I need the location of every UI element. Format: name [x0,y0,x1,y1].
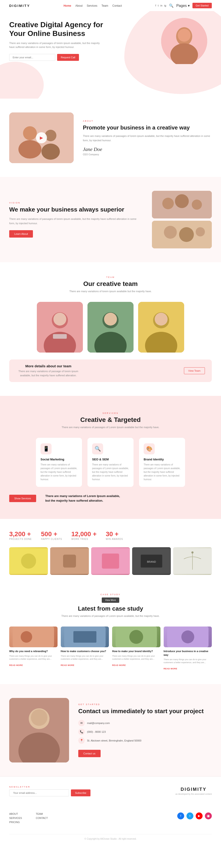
svg-point-5 [23,126,37,140]
ceo-label: CEO Company [83,153,212,156]
footer-links: ABOUT SERVICES PRICING TEAM CONTACT [9,812,48,825]
nav-services[interactable]: Services [87,4,97,7]
vision-image-2 [152,221,212,248]
nav-right: f t in ig 🔍 Pages ▾ Get Started [155,3,212,8]
stat-awards-number: 30 + [106,530,123,538]
instagram-link[interactable]: ig [164,4,166,7]
stat-work: 12,000 + WORK TRIES [71,530,97,540]
team-label: TEAM [9,276,212,278]
address-text: St. Abctown street, Birminghalm, England… [87,739,141,742]
subscribe-button[interactable]: Subscribe [71,789,91,796]
youtube-social-button[interactable]: ▶ [196,812,202,819]
footer-contact-link[interactable]: CONTACT [36,817,48,819]
vision-body: There are many variations of passages of… [9,217,143,225]
svg-rect-33 [63,555,76,567]
service-card-1: 📱 Social Marketing There are many variat… [36,438,82,487]
svg-rect-35 [102,554,119,569]
service-card-3: 🎨 Brand Identity There are many variatio… [139,438,185,487]
svg-point-15 [179,227,194,242]
svg-text:BRAND: BRAND [147,560,156,563]
stat-work-number: 12,000 + [71,530,97,538]
vision-section: VISION We make your business always supe… [0,177,221,262]
svg-point-40 [191,551,193,554]
svg-point-31 [21,554,36,569]
about-body: There are many variations of passages of… [83,134,212,143]
case-study-label: CASE STUDY [9,593,212,596]
seo-icon: 🔍 [92,443,103,455]
team-banner-body: There are many variations of passage of … [16,369,81,377]
footer-about-link[interactable]: ABOUT [9,812,22,815]
svg-point-25 [104,313,117,326]
vision-image-1 [152,191,212,218]
gallery: BRAND [9,547,212,575]
about-section: ▶ ABOUT Promote your business in a creat… [0,99,221,177]
svg-point-12 [192,199,202,210]
contact-us-button[interactable]: Contact us [78,750,101,757]
case-1-readmore[interactable]: READ MORE [9,664,23,666]
svg-point-16 [196,227,205,237]
hero-cta-button[interactable]: Request Call [57,54,79,61]
case-image-3 [112,626,160,647]
newsletter-label: NEWSLETTER [9,786,91,788]
linkedin-link[interactable]: in [160,4,162,7]
case-1-title: Why do you need a rebranding? [9,650,58,653]
instagram-social-button[interactable]: ◉ [205,812,212,819]
hero-heading: Creative Digital Agency for Your Online … [9,20,106,38]
svg-rect-41 [13,626,54,647]
case-card-1: Why do you need a rebranding? There are … [9,626,58,670]
newsletter-left: NEWSLETTER Subscribe [9,786,91,796]
hero-body: There are many variations of passages of… [9,41,106,49]
case-4-readmore[interactable]: READ MORE [164,668,178,670]
case-cards: Why do you need a rebranding? There are … [9,626,212,670]
services-body: There are many variations of passages of… [9,426,212,429]
stat-awards-label: WIN AWARDS [106,538,123,540]
search-icon[interactable]: 🔍 [169,3,173,8]
view-team-button[interactable]: View Team [184,367,205,374]
service-1-title: Social Marketing [40,458,77,461]
learn-about-button[interactable]: Learn About [9,230,33,238]
get-started-button[interactable]: Get Started [192,3,212,8]
team-body: There are many variations of lorem ipsum… [9,290,212,292]
view-more-button[interactable]: View More [102,597,119,603]
footer-team-link[interactable]: TEAM [36,812,48,815]
nav-contact[interactable]: Contact [112,4,122,7]
service-1-body: There are many variations of passages of… [40,463,77,482]
brand-identity-icon: 🎨 [144,443,155,455]
footer-services-link[interactable]: SERVICES [9,817,22,819]
navigation: DIGIMITY Home About Services Team Contac… [0,0,221,11]
nav-home[interactable]: Home [64,4,71,7]
newsletter-email-input[interactable] [9,789,69,796]
play-button[interactable]: ▶ [36,132,47,143]
twitter-link[interactable]: t [158,4,159,7]
case-4-body: There are many things you can do to give… [164,658,212,664]
hero-email-input[interactable] [9,54,55,61]
show-services-button[interactable]: Show Services [9,495,36,502]
hero-content: Creative Digital Agency for Your Online … [9,20,106,61]
svg-point-46 [129,630,143,644]
footer-pricing-link[interactable]: PRICING [9,821,22,824]
social-marketing-icon: 📱 [40,443,52,455]
stat-work-label: WORK TRIES [71,538,97,540]
case-3-readmore[interactable]: READ MORE [112,664,126,666]
nav-about[interactable]: About [75,4,83,7]
about-image: ▶ [9,113,74,163]
footer-copyright: © Copyright by AllOcean Studio - All rig… [9,834,212,840]
newsletter-form: Subscribe [9,789,91,796]
case-2-readmore[interactable]: READ MORE [61,664,74,666]
case-image-4 [164,626,212,647]
facebook-link[interactable]: f [155,4,156,7]
team-card-3 [138,302,184,352]
address-contact: 📍 St. Abctown street, Birminghalm, Engla… [78,737,212,744]
nav-links: Home About Services Team Contact [64,3,122,8]
pages-dropdown[interactable]: Pages ▾ [176,3,190,8]
stat-projects-label: PROJECTS DONE [9,538,32,540]
newsletter-tagline: as developed by the associated content [176,793,212,795]
facebook-social-button[interactable]: f [177,812,184,819]
case-study-header: CASE STUDY View More Latest from case st… [9,593,212,617]
stat-clients: 500 + HAPPY CLIENTS [41,530,62,540]
twitter-social-button[interactable]: t [187,812,193,819]
get-started-label: GET STARTED [78,703,212,706]
logo: DIGIMITY [9,4,30,8]
nav-team[interactable]: Team [101,4,108,7]
case-study-heading: Latest from case study [9,605,212,612]
